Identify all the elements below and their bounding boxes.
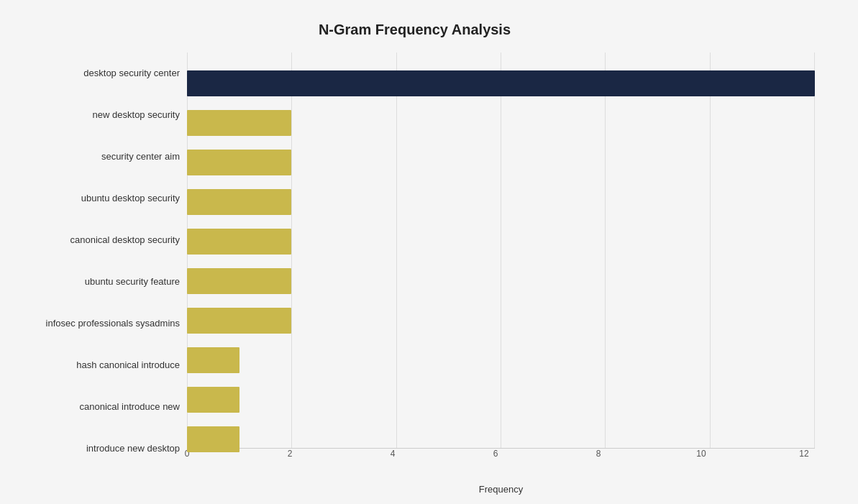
bar-row <box>187 145 815 180</box>
y-axis-label: infosec professionals sysadmins <box>46 318 180 329</box>
y-axis-labels: desktop security centernew desktop secur… <box>14 52 187 469</box>
bar-row <box>187 343 815 377</box>
y-axis-label: canonical desktop security <box>70 234 180 246</box>
bar <box>187 189 291 215</box>
bar <box>187 110 291 136</box>
y-axis-label: ubuntu security feature <box>85 276 180 288</box>
bar-row <box>187 106 815 140</box>
chart-area: desktop security centernew desktop secur… <box>14 52 815 469</box>
y-axis-label: ubuntu desktop security <box>81 193 180 204</box>
y-axis-label: introduce new desktop <box>86 443 180 454</box>
bar <box>187 229 291 255</box>
bar-row <box>187 224 815 259</box>
y-axis-label: security center aim <box>101 151 180 162</box>
bar <box>187 268 291 294</box>
bar <box>187 347 239 373</box>
plot-area: Frequency 024681012 <box>187 52 815 469</box>
bar-row <box>187 382 815 417</box>
bar <box>187 308 291 334</box>
bar <box>187 150 291 175</box>
bar <box>187 70 815 96</box>
bar-row <box>187 303 815 338</box>
chart-title: N-Gram Frequency Analysis <box>14 22 815 38</box>
bar-row <box>187 66 815 101</box>
chart-container: N-Gram Frequency Analysis desktop securi… <box>0 0 858 504</box>
bar <box>187 426 239 452</box>
y-axis-label: desktop security center <box>83 68 180 79</box>
y-axis-label: hash canonical introduce <box>76 359 180 371</box>
bar <box>187 387 239 413</box>
bar-row <box>187 185 815 219</box>
y-axis-label: canonical introduce new <box>80 401 180 413</box>
bar-row <box>187 264 815 298</box>
x-axis-label: Frequency <box>479 484 523 495</box>
y-axis-label: new desktop security <box>93 109 180 121</box>
bar-row <box>187 422 815 457</box>
